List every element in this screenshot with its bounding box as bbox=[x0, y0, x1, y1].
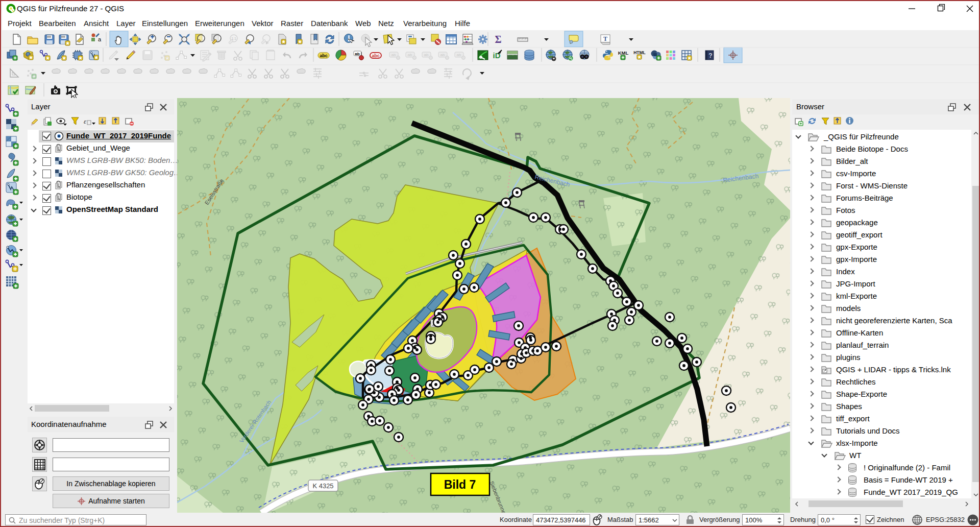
svg-text:1:1: 1:1 bbox=[231, 37, 236, 40]
svg-text:ab: ab bbox=[355, 52, 359, 56]
svg-text:a: a bbox=[98, 36, 102, 42]
svg-text:ε: ε bbox=[84, 117, 87, 125]
svg-text:K 4325: K 4325 bbox=[312, 482, 333, 490]
svg-text:Bild 7: Bild 7 bbox=[444, 478, 476, 491]
